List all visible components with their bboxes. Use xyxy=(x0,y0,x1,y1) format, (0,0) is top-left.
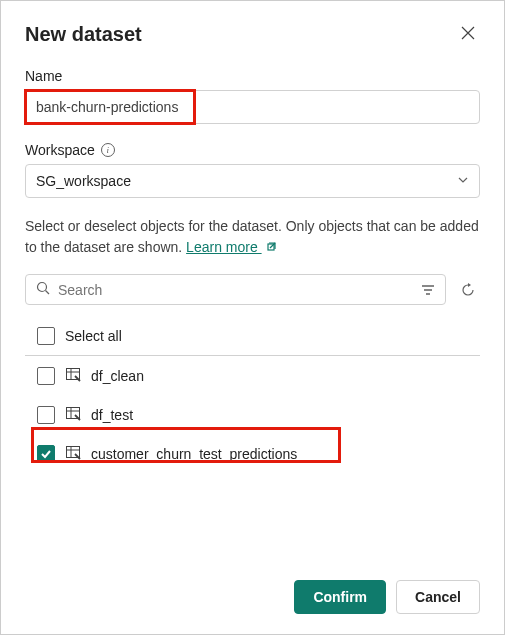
name-field-wrap xyxy=(25,90,480,124)
list-item[interactable]: df_clean xyxy=(25,356,480,395)
close-icon xyxy=(460,25,476,41)
search-input[interactable] xyxy=(58,282,413,298)
dialog-footer: Confirm Cancel xyxy=(25,560,480,614)
workspace-label: Workspace i xyxy=(25,142,480,158)
workspace-label-text: Workspace xyxy=(25,142,95,158)
external-link-icon xyxy=(266,237,278,258)
item-checkbox[interactable] xyxy=(37,367,55,385)
workspace-select-wrap: SG_workspace xyxy=(25,164,480,198)
search-row xyxy=(25,274,480,305)
refresh-button[interactable] xyxy=(456,278,480,302)
object-list: Select all df_clean df_test customer_chu… xyxy=(25,317,480,473)
cancel-button[interactable]: Cancel xyxy=(396,580,480,614)
name-label: Name xyxy=(25,68,480,84)
check-icon xyxy=(40,448,52,460)
search-box xyxy=(25,274,446,305)
table-icon xyxy=(65,366,81,385)
item-label: df_clean xyxy=(91,368,144,384)
filter-icon[interactable] xyxy=(421,283,435,297)
close-button[interactable] xyxy=(456,21,480,48)
refresh-icon xyxy=(460,282,476,298)
confirm-button[interactable]: Confirm xyxy=(294,580,386,614)
select-all-label: Select all xyxy=(65,328,122,344)
workspace-select[interactable]: SG_workspace xyxy=(25,164,480,198)
search-icon xyxy=(36,281,50,298)
learn-more-link[interactable]: Learn more xyxy=(186,239,261,255)
svg-point-1 xyxy=(38,283,47,292)
name-input[interactable] xyxy=(25,90,480,124)
new-dataset-dialog: New dataset Name Workspace i SG_workspac… xyxy=(1,1,504,634)
item-label: customer_churn_test_predictions xyxy=(91,446,297,462)
table-icon xyxy=(65,444,81,463)
select-all-row[interactable]: Select all xyxy=(25,317,480,356)
select-all-checkbox[interactable] xyxy=(37,327,55,345)
helper-text: Select or deselect objects for the datas… xyxy=(25,216,480,258)
dialog-header: New dataset xyxy=(25,21,480,48)
info-icon[interactable]: i xyxy=(101,143,115,157)
item-checkbox[interactable] xyxy=(37,406,55,424)
chevron-down-icon xyxy=(457,174,469,189)
list-item[interactable]: df_test xyxy=(25,395,480,434)
dialog-title: New dataset xyxy=(25,23,142,46)
item-checkbox[interactable] xyxy=(37,445,55,463)
item-label: df_test xyxy=(91,407,133,423)
table-icon xyxy=(65,405,81,424)
workspace-value: SG_workspace xyxy=(36,173,131,189)
list-item[interactable]: customer_churn_test_predictions xyxy=(25,434,480,473)
